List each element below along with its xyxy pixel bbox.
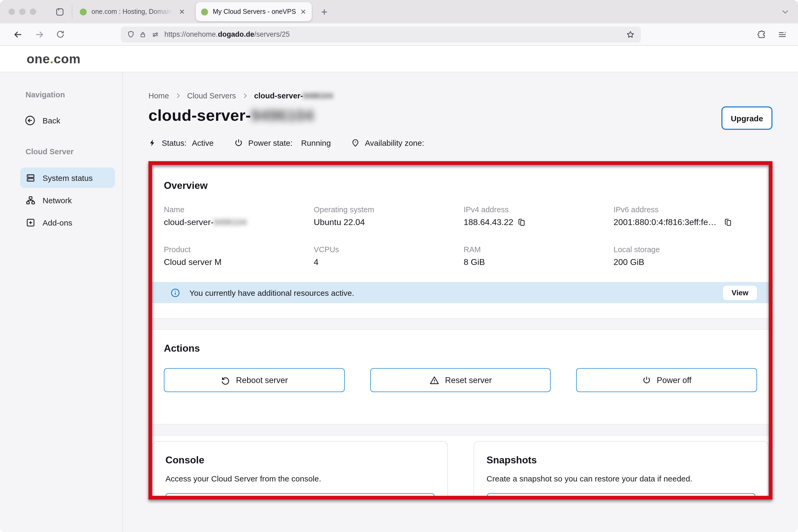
power-off-button[interactable]: Power off bbox=[576, 368, 757, 392]
tabstrip-divider bbox=[72, 5, 72, 18]
network-icon bbox=[25, 195, 36, 205]
overview-heading: Overview bbox=[164, 180, 757, 191]
sidebar-back-button[interactable]: Back bbox=[24, 115, 115, 126]
console-description: Access your Cloud Server from the consol… bbox=[166, 474, 434, 483]
chevron-right-icon bbox=[175, 93, 181, 99]
site-header: one.com bbox=[0, 46, 798, 72]
open-console-button[interactable]: Open console bbox=[166, 493, 434, 499]
tab-onecom[interactable]: one.com : Hosting, Domain, Ema bbox=[75, 2, 190, 21]
view-button[interactable]: View bbox=[723, 285, 757, 300]
extensions-icon[interactable] bbox=[757, 30, 766, 39]
info-icon bbox=[170, 288, 180, 298]
tab-strip: one.com : Hosting, Domain, Ema My Cloud … bbox=[0, 0, 798, 23]
status-value: Active bbox=[192, 138, 214, 147]
warning-triangle-icon bbox=[429, 375, 439, 385]
power-state-group: Power state: Running bbox=[234, 138, 331, 147]
minimize-window-button[interactable] bbox=[19, 8, 25, 15]
browser-window: one.com : Hosting, Domain, Ema My Cloud … bbox=[0, 0, 798, 532]
onecom-logo[interactable]: one.com bbox=[26, 51, 81, 66]
close-tab-icon[interactable] bbox=[179, 8, 185, 15]
field-os: Operating system Ubuntu 22.04 bbox=[314, 205, 457, 227]
app-menu-icon[interactable] bbox=[777, 30, 787, 39]
zoom-window-button[interactable] bbox=[30, 8, 36, 15]
breadcrumb-current: cloud-server-9496104 bbox=[254, 92, 333, 100]
chevron-right-icon bbox=[242, 93, 248, 99]
lock-icon[interactable] bbox=[139, 31, 146, 38]
close-window-button[interactable] bbox=[8, 8, 15, 15]
sidebar-item-system-status[interactable]: System status bbox=[20, 168, 115, 188]
banner-text: You currently have additional resources … bbox=[189, 288, 354, 297]
sidebar-item-add-ons[interactable]: Add-ons bbox=[20, 212, 115, 232]
snapshots-description: Create a snapshot so you can restore you… bbox=[487, 474, 756, 483]
location-pin-icon bbox=[351, 138, 360, 147]
sidebar-item-label: Network bbox=[42, 195, 72, 205]
field-ipv4: IPv4 address 188.64.43.22 bbox=[464, 205, 607, 227]
reboot-server-button[interactable]: Reboot server bbox=[164, 368, 344, 392]
firefox-view-icon[interactable] bbox=[55, 7, 64, 16]
main-content: Home Cloud Servers cloud-server-9496104 … bbox=[123, 72, 798, 532]
power-icon bbox=[642, 376, 651, 385]
tab-title: one.com : Hosting, Domain, Ema bbox=[92, 8, 175, 15]
list-all-tabs-icon[interactable] bbox=[781, 7, 790, 16]
sidebar-nav-heading: Navigation bbox=[25, 91, 115, 99]
toolbar-right bbox=[757, 30, 791, 39]
status-label: Status: bbox=[162, 138, 187, 147]
forward-icon[interactable] bbox=[35, 30, 44, 39]
overview-grid: Name cloud-server-9496104 Operating syst… bbox=[164, 205, 757, 267]
sidebar-back-label: Back bbox=[42, 116, 60, 125]
window-controls bbox=[8, 8, 36, 15]
tab-favicon bbox=[201, 8, 208, 15]
field-product: Product Cloud server M bbox=[164, 245, 307, 267]
power-icon bbox=[234, 138, 243, 147]
field-vcpus: VCPUs 4 bbox=[314, 245, 457, 267]
url-text: https://onehome.dogado.de/servers/25 bbox=[165, 30, 290, 38]
status-group: Status: Active bbox=[148, 138, 214, 147]
actions-section: Actions Reboot server bbox=[152, 330, 769, 409]
shield-icon[interactable] bbox=[127, 30, 135, 38]
zone-label: Availability zone: bbox=[365, 138, 424, 147]
manage-snapshots-button[interactable]: Manage snapshots bbox=[487, 493, 756, 499]
breadcrumb: Home Cloud Servers cloud-server-9496104 bbox=[148, 92, 773, 100]
bolt-icon bbox=[148, 138, 156, 147]
section-divider bbox=[148, 318, 773, 330]
back-circle-icon bbox=[24, 115, 36, 126]
power-value: Running bbox=[301, 138, 331, 147]
power-label: Power state: bbox=[248, 138, 292, 147]
new-tab-button[interactable] bbox=[320, 8, 328, 16]
sidebar-item-network[interactable]: Network bbox=[20, 190, 115, 210]
reload-icon[interactable] bbox=[56, 30, 65, 39]
actions-heading: Actions bbox=[164, 343, 757, 354]
reboot-icon bbox=[221, 375, 230, 385]
close-tab-icon[interactable] bbox=[300, 8, 306, 15]
tab-favicon bbox=[80, 8, 87, 15]
field-ipv6: IPv6 address 2001:880:0:4:f816:3eff:fe… bbox=[614, 205, 757, 227]
redacted-text: 9496104 bbox=[251, 107, 314, 125]
copy-icon[interactable] bbox=[724, 218, 733, 227]
resources-banner: You currently have additional resources … bbox=[152, 282, 769, 303]
tab-cloud-servers[interactable]: My Cloud Servers - oneVPS bbox=[196, 2, 312, 21]
tab-title: My Cloud Servers - oneVPS bbox=[213, 8, 297, 15]
browser-toolbar: https://onehome.dogado.de/servers/25 bbox=[0, 23, 798, 46]
redacted-text: 9496104 bbox=[303, 92, 333, 100]
copy-icon[interactable] bbox=[518, 218, 526, 227]
sidebar-item-label: System status bbox=[42, 173, 93, 182]
section-divider bbox=[148, 424, 773, 436]
back-icon[interactable] bbox=[13, 30, 23, 39]
address-bar[interactable]: https://onehome.dogado.de/servers/25 bbox=[121, 26, 641, 42]
console-card: Console Access your Cloud Server from th… bbox=[152, 441, 448, 499]
bookmark-star-icon[interactable] bbox=[626, 30, 635, 39]
upgrade-button[interactable]: Upgrade bbox=[721, 107, 773, 130]
sidebar: Navigation Back Cloud Server System stat… bbox=[0, 72, 123, 532]
permissions-icon[interactable] bbox=[151, 31, 159, 38]
field-name: Name cloud-server-9496104 bbox=[164, 205, 307, 227]
snapshots-heading: Snapshots bbox=[487, 454, 756, 466]
breadcrumb-home[interactable]: Home bbox=[148, 92, 169, 100]
server-icon bbox=[25, 173, 36, 183]
console-heading: Console bbox=[166, 454, 434, 466]
status-row: Status: Active Power state: Running Avai… bbox=[148, 138, 773, 147]
zone-group: Availability zone: bbox=[351, 138, 430, 147]
reset-server-button[interactable]: Reset server bbox=[370, 368, 551, 392]
page-title: cloud-server-9496104 bbox=[148, 107, 314, 125]
breadcrumb-cloud-servers[interactable]: Cloud Servers bbox=[187, 92, 236, 100]
annotated-region: Overview Name cloud-server-9496104 Opera… bbox=[148, 161, 773, 499]
